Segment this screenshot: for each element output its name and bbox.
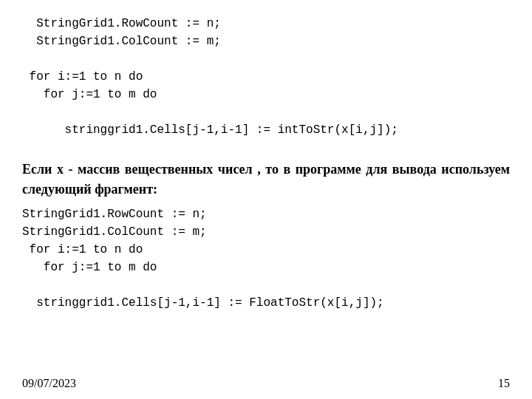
footer: 09/07/2023 15 bbox=[22, 377, 510, 390]
text-paragraph: Если x - массив вещественных чисел , то … bbox=[22, 160, 510, 200]
footer-date: 09/07/2023 bbox=[22, 377, 76, 390]
slide-content: StringGrid1.RowCount := n; StringGrid1.C… bbox=[0, 0, 532, 399]
code-block-1: StringGrid1.RowCount := n; StringGrid1.C… bbox=[22, 15, 510, 139]
code-block-2: StringGrid1.RowCount := n; StringGrid1.C… bbox=[22, 205, 510, 312]
footer-page: 15 bbox=[498, 377, 510, 390]
para-bold: Если x - массив вещественных чисел , то … bbox=[22, 162, 510, 197]
